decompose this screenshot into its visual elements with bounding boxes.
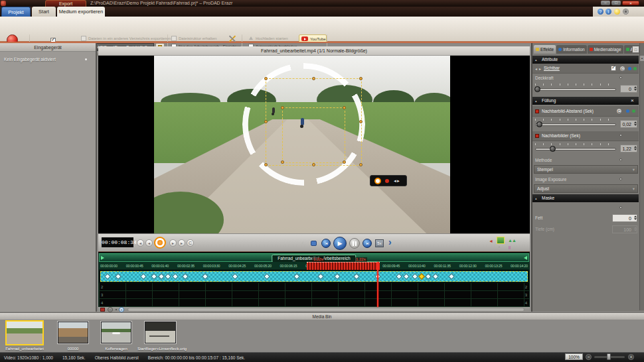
handle-dot[interactable] [343,106,346,109]
handle-dot[interactable] [343,160,346,164]
refresh-button[interactable]: C [187,239,194,247]
info-icon[interactable]: i [605,9,611,15]
export-quick-tab[interactable]: Export [45,0,86,7]
other-directory-checkbox[interactable] [81,36,86,41]
adjust-dropdown[interactable]: Adjust ▾ [534,184,638,193]
keyframe-diamond[interactable] [140,273,147,280]
red-seek-icon[interactable]: ◄ [489,239,493,243]
handle-dot[interactable] [359,120,362,123]
media-bin-header[interactable]: Media Bin [0,312,644,320]
help-icon[interactable]: ? [598,9,604,15]
chevron-right-icon[interactable]: › [388,237,392,247]
keyframe-diamond[interactable] [202,273,208,280]
nachbarbilder-slider[interactable] [535,148,616,151]
keyframe-diamond[interactable] [334,273,341,280]
track-row-4[interactable]: 4 4 [99,299,529,307]
keyframe-diamond[interactable] [115,273,121,280]
tab-medienablage[interactable]: Medienablage [588,45,623,54]
param-dot-button[interactable] [619,76,622,79]
keep-structure-checkbox[interactable] [171,36,177,41]
close-icon[interactable]: × [631,97,634,105]
slider-knob[interactable] [536,121,542,127]
zoom-out-button[interactable]: − [586,354,592,360]
workspace-end-marker[interactable] [524,256,527,260]
handle-dot[interactable] [281,106,284,109]
handle-dot[interactable] [359,163,362,166]
slider-knob[interactable] [534,86,540,92]
green-dot-icon[interactable] [632,109,635,113]
spinner[interactable] [633,215,637,220]
keyframe-diamond[interactable] [412,273,418,280]
track-row-2[interactable]: 2 2 [99,283,529,291]
skip-to-end-button[interactable]: ►| [362,239,372,248]
spinner[interactable] [633,121,637,126]
scroll-up-icon[interactable]: ▲ [640,56,644,61]
keyframe-diamond-selected[interactable] [418,273,425,280]
panel-scrollbar[interactable]: ▲ [639,43,644,310]
param-dot-button[interactable] [619,206,622,209]
chevron-left-icon[interactable]: ‹ [301,239,304,247]
section-fuellung[interactable]: Füllung [532,97,639,105]
blue-dot-icon[interactable] [628,67,631,70]
zoom-out-icon[interactable]: − [108,307,113,312]
keyframe-diamond[interactable] [448,273,455,280]
keyframe-diamond[interactable] [425,273,432,280]
handle-dot[interactable] [264,120,268,123]
section-attribute[interactable]: Attribute [532,56,639,64]
input-device-panel-title[interactable]: Eingabegerät [0,43,96,52]
record-ring-icon[interactable] [374,178,381,184]
keyframe-diamond[interactable] [293,273,300,280]
stempel-dropdown[interactable]: Stempel ▾ [534,165,638,174]
keyframe-diamond[interactable] [264,273,270,280]
record-button[interactable] [154,237,166,249]
active-frame-icon[interactable] [497,237,505,244]
media-thumbnail-fahrrad[interactable] [5,320,44,345]
timeline-scrollbar[interactable] [127,308,524,312]
keyframe-red-icon[interactable] [535,134,539,138]
playhead[interactable] [377,262,378,307]
minimize-button[interactable]: – [601,1,610,5]
marker-tool-icon[interactable] [100,308,105,312]
panel-window-icon[interactable]: □ [632,46,639,53]
slider-knob[interactable] [550,146,556,152]
tab-effekte[interactable]: Effekte [534,45,556,54]
keyframe-diamond[interactable] [151,273,157,280]
keyframe-diamond[interactable] [104,273,111,280]
keyframe-diamond[interactable] [165,273,171,280]
sichtbar-label[interactable]: Sichtbar [544,66,560,70]
loop-mode-icon[interactable] [311,241,317,246]
timeline-clip[interactable] [100,271,528,282]
keyframe-red-icon[interactable] [535,109,539,113]
green-triangles-icon[interactable]: ▲▲ [508,238,516,243]
maximize-button[interactable]: □ [611,1,621,5]
deckkraft-slider[interactable] [535,88,616,91]
skip-to-start-button[interactable]: |◄ [321,239,331,248]
sichtbar-checkbox[interactable] [611,66,616,71]
speed-button[interactable]: 5x [375,239,384,247]
spinner[interactable] [633,146,637,151]
next-marker-button[interactable]: ► [178,239,185,247]
param-dot-button[interactable] [619,134,622,137]
prev-marker-button[interactable]: ◄ [137,239,144,247]
param-dot-button[interactable] [619,158,622,161]
tab-start[interactable]: Start [32,7,56,17]
param-dot-button[interactable] [619,178,622,180]
keyframe-diamond[interactable] [158,273,165,280]
selection-rect-inner[interactable] [282,107,345,163]
reset-button[interactable]: C [619,66,625,72]
keyframe-diamond[interactable] [403,273,410,280]
video-frame[interactable]: ◄► [154,56,450,233]
keyframe-diamond[interactable] [317,273,324,280]
tab-projekt[interactable]: Projekt [1,7,31,17]
blue-dot-icon[interactable] [626,109,629,113]
gear-icon[interactable] [623,9,629,15]
bulb-icon[interactable] [614,9,620,15]
red-dot-icon[interactable] [385,179,389,183]
handle-dot[interactable] [312,163,315,166]
track-row-3[interactable]: 3 3 [99,291,529,299]
media-thumbnail-startflieger[interactable] [145,322,176,343]
close-button[interactable]: × [622,1,639,5]
handle-dot[interactable] [264,77,268,80]
handle-dot[interactable] [312,77,315,80]
handle-dot[interactable] [264,163,268,166]
